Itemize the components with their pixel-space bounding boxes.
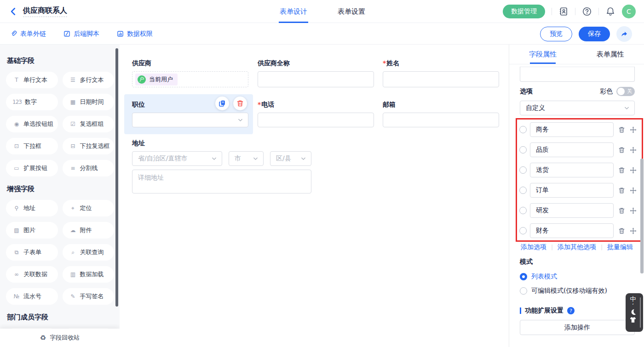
delete-option-icon[interactable] [618, 147, 625, 154]
sidebar-field-item[interactable]: ☁ 附件 [63, 222, 115, 239]
position-select[interactable] [132, 113, 248, 127]
color-toggle[interactable]: 关 [616, 87, 635, 96]
option-radio-icon[interactable] [519, 227, 527, 234]
option-radio-icon[interactable] [519, 146, 527, 154]
city-select[interactable]: 市 [229, 151, 264, 166]
province-select[interactable]: 省/自治区/直辖市 [132, 151, 222, 166]
sidebar-field-item[interactable]: ☑ 复选框组 [63, 116, 115, 132]
sidebar-field-item[interactable]: ◉ 单选按钮组 [6, 116, 58, 132]
supplier-input[interactable]: 户 当前用户 [132, 71, 248, 87]
field-address[interactable]: 地址 省/自治区/直辖市 市 区/县 详细地址 [132, 139, 311, 193]
sidebar-field-item[interactable]: ▦ 日期时间 [63, 94, 115, 110]
mode-editable-radio[interactable]: 可编辑模式(仅移动端有效) [520, 287, 607, 295]
option-action-link[interactable]: 批量编辑 [607, 243, 633, 251]
form-external-link-button[interactable]: 表单外链 [10, 23, 46, 45]
sidebar-field-item[interactable]: ⧉ 子表单 [6, 244, 58, 261]
tab-form-properties[interactable]: 表单属性 [577, 45, 644, 64]
option-value-input[interactable] [530, 203, 614, 218]
sidebar-field-item[interactable]: ⊟ 下拉复选框 [63, 138, 115, 154]
sidebar-field-item[interactable]: ⌕ 关联查询 [63, 244, 115, 261]
field-type-label: 复选框组 [80, 120, 104, 128]
backend-script-button[interactable]: 后端脚本 [63, 23, 99, 45]
data-permission-button[interactable]: 数据权限 [117, 23, 153, 45]
ime-punctuation-icon[interactable]: ʼ [629, 303, 637, 308]
field-supplier[interactable]: 供应商 户 当前用户 [132, 59, 248, 87]
share-button[interactable] [616, 26, 632, 42]
data-manage-button[interactable]: 数据管理 [503, 5, 545, 18]
option-radio-icon[interactable] [519, 126, 527, 133]
sidebar-field-item[interactable]: ⚲ 地址 [6, 200, 58, 216]
user-avatar[interactable]: C [622, 5, 636, 18]
delete-option-icon[interactable] [618, 207, 625, 214]
back-button[interactable] [8, 6, 18, 17]
delete-option-icon[interactable] [618, 228, 625, 234]
option-value-input[interactable] [530, 142, 614, 157]
tab-form-settings[interactable]: 表单设置 [338, 0, 365, 23]
chevron-down-icon [624, 105, 630, 111]
move-option-icon[interactable] [630, 207, 637, 214]
ime-status-widget[interactable]: 中 ʼ [626, 293, 643, 332]
add-action-button[interactable]: 添加操作 [520, 320, 635, 335]
district-select[interactable]: 区/县 [270, 151, 311, 166]
field-name[interactable]: *姓名 [383, 59, 499, 87]
save-button[interactable]: 保存 [579, 27, 610, 41]
email-input[interactable] [383, 113, 499, 127]
sidebar-field-item[interactable]: ⊡ 下拉框 [6, 138, 58, 154]
move-option-icon[interactable] [630, 228, 637, 234]
move-option-icon[interactable] [630, 147, 637, 154]
preview-button[interactable]: 预览 [540, 27, 572, 41]
sidebar-field-item[interactable]: ✎ 手写签名 [63, 288, 115, 305]
delete-field-button[interactable] [233, 97, 247, 110]
sidebar-scrollbar[interactable] [115, 48, 118, 307]
sidebar-field-item[interactable]: T 单行文本 [6, 72, 58, 88]
option-value-input[interactable] [530, 223, 614, 238]
supplier-fullname-input[interactable] [258, 71, 374, 87]
sidebar-field-item[interactable]: ▭ 扩展按钮 [6, 160, 58, 176]
tab-field-properties[interactable]: 字段属性 [509, 45, 577, 64]
sidebar-field-item[interactable]: № 流水号 [6, 288, 58, 305]
moon-icon[interactable] [629, 308, 637, 316]
sidebar-field-item[interactable]: ∞ 关联数据 [6, 266, 58, 283]
phone-input[interactable] [258, 113, 374, 127]
field-email[interactable]: 邮箱 [383, 100, 499, 127]
move-option-icon[interactable] [630, 187, 637, 194]
sidebar-field-item[interactable]: ▥ 数据加载 [63, 266, 115, 283]
copy-field-button[interactable] [215, 97, 229, 110]
field-phone[interactable]: *电话 [258, 100, 374, 127]
sidebar-field-item[interactable]: ☰ 多行文本 [63, 72, 115, 88]
tab-form-design[interactable]: 表单设计 [280, 0, 307, 23]
option-radio-icon[interactable] [519, 207, 527, 214]
shirt-skin-icon[interactable] [629, 316, 637, 324]
delete-option-icon[interactable] [618, 187, 625, 194]
panel-scrollbar[interactable] [640, 159, 644, 273]
option-radio-icon[interactable] [519, 187, 527, 194]
move-option-icon[interactable] [630, 167, 637, 174]
field-title-input[interactable] [520, 67, 635, 82]
sidebar-field-item[interactable]: ▧ 图片 [6, 222, 58, 239]
option-value-input[interactable] [530, 163, 614, 177]
option-action-link[interactable]: 添加其他选项 [558, 243, 596, 251]
extension-help-icon[interactable]: ? [567, 307, 575, 314]
delete-option-icon[interactable] [618, 167, 625, 174]
address-detail-textarea[interactable]: 详细地址 [132, 170, 311, 193]
move-option-icon[interactable] [630, 126, 637, 133]
option-action-link[interactable]: 添加选项 [521, 243, 546, 251]
field-position-selected[interactable]: 职位 [124, 94, 253, 134]
field-supplier-fullname[interactable]: 供应商全称 [258, 59, 374, 87]
option-value-input[interactable] [530, 122, 614, 137]
notification-bell-icon[interactable] [605, 6, 615, 17]
sidebar-field-item[interactable]: ⌖ 定位 [63, 200, 115, 216]
sidebar-field-item[interactable]: ≡ 分割线 [63, 160, 115, 176]
contacts-icon[interactable] [558, 6, 569, 17]
field-recycle-bin[interactable]: ♻ 字段回收站 [0, 329, 120, 347]
sidebar-field-item[interactable]: 123 数字 [6, 94, 58, 110]
option-value-input[interactable] [530, 183, 614, 198]
ime-language-icon[interactable]: 中 [629, 296, 637, 303]
option-source-select[interactable]: 自定义 [520, 101, 635, 115]
help-icon[interactable] [582, 6, 592, 17]
option-radio-icon[interactable] [519, 166, 527, 174]
mode-list-radio[interactable]: 列表模式 [520, 273, 557, 281]
name-input[interactable] [383, 71, 499, 87]
delete-option-icon[interactable] [618, 126, 625, 133]
ime-slider [640, 297, 641, 328]
